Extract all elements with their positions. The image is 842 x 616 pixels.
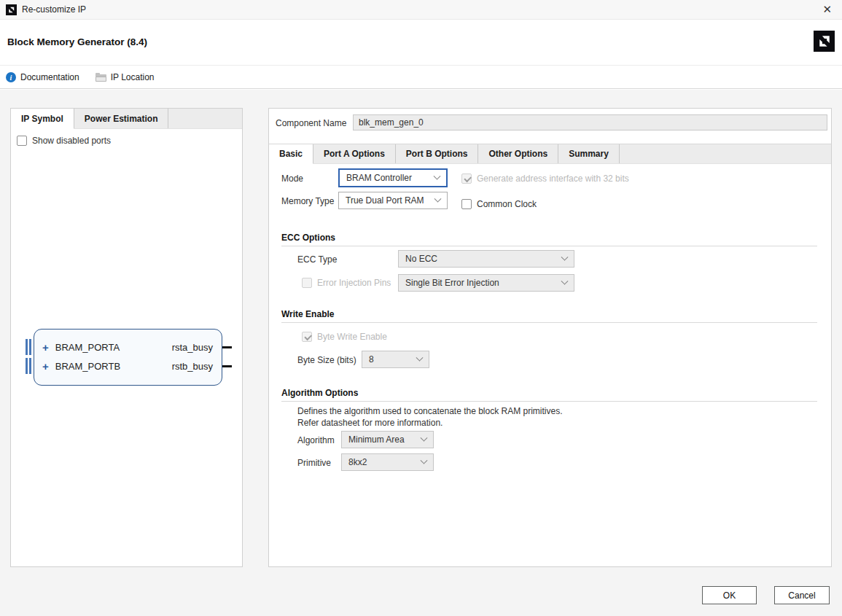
primitive-dropdown[interactable]: 8kx2 xyxy=(341,453,434,471)
options-panel: Component Name blk_mem_gen_0 Basic Port … xyxy=(268,108,832,567)
algorithm-options-title: Algorithm Options xyxy=(281,388,358,398)
cancel-button[interactable]: Cancel xyxy=(774,586,830,604)
rstb-pin-stub xyxy=(222,365,232,367)
portb-interface-bar-2 xyxy=(29,358,31,374)
left-tabstrip: IP Symbol Power Estimation xyxy=(11,109,242,129)
documentation-bar: i Documentation IP Location xyxy=(0,66,842,89)
ip-symbol-block: + BRAM_PORTA rsta_busy + BRAM_PORTB rstb… xyxy=(34,329,222,386)
ip-location-label: IP Location xyxy=(111,72,155,82)
common-clock-row: Common Clock xyxy=(461,199,537,209)
main-area: IP Symbol Power Estimation Show disabled… xyxy=(0,90,842,616)
byte-size-label: Byte Size (bits) xyxy=(297,355,356,365)
write-enable-title: Write Enable xyxy=(281,309,334,319)
algorithm-description-line1: Defines the algorithm used to concatenat… xyxy=(297,406,563,416)
component-name-label: Component Name xyxy=(276,118,346,128)
memory-type-label: Memory Type xyxy=(281,196,334,206)
expand-plus-icon[interactable]: + xyxy=(42,360,49,373)
chevron-down-icon xyxy=(434,172,441,179)
chevron-down-icon xyxy=(434,195,442,202)
chevron-down-icon xyxy=(561,253,569,260)
info-icon: i xyxy=(6,72,16,82)
ip-symbol-panel: IP Symbol Power Estimation Show disabled… xyxy=(10,108,243,567)
common-clock-checkbox[interactable] xyxy=(461,199,472,209)
rstb-busy-label: rstb_busy xyxy=(172,361,213,372)
section-divider xyxy=(281,401,817,402)
error-injection-label: Error Injection Pins xyxy=(317,278,391,288)
rsta-pin-stub xyxy=(222,346,232,348)
documentation-link[interactable]: i Documentation xyxy=(6,72,79,82)
byte-write-enable-row: Byte Write Enable xyxy=(302,332,387,342)
window-title: Re-customize IP xyxy=(22,4,86,15)
tab-summary[interactable]: Summary xyxy=(558,144,620,163)
folder-icon xyxy=(95,73,106,82)
porta-interface-bar-2 xyxy=(29,339,31,355)
error-injection-dropdown[interactable]: Single Bit Error Injection xyxy=(398,274,574,292)
tab-power-estimation[interactable]: Power Estimation xyxy=(74,109,169,128)
dialog-header: Block Memory Generator (8.4) xyxy=(0,20,842,66)
byte-write-enable-checkbox xyxy=(302,332,312,342)
bram-portb-row[interactable]: + BRAM_PORTB rstb_busy xyxy=(34,356,222,375)
title-bar: Re-customize IP ✕ xyxy=(0,0,842,20)
algorithm-dropdown[interactable]: Minimum Area xyxy=(341,431,434,448)
algorithm-label: Algorithm xyxy=(297,435,335,445)
primitive-label: Primitive xyxy=(297,458,331,468)
show-disabled-ports-label: Show disabled ports xyxy=(32,136,111,146)
bram-porta-row[interactable]: + BRAM_PORTA rsta_busy xyxy=(34,338,222,356)
section-divider xyxy=(281,246,817,246)
byte-size-dropdown[interactable]: 8 xyxy=(362,351,429,368)
portb-interface-bar-1 xyxy=(26,358,28,374)
tab-port-b-options[interactable]: Port B Options xyxy=(396,144,479,163)
component-name-input[interactable]: blk_mem_gen_0 xyxy=(353,114,827,130)
xilinx-window-icon xyxy=(6,4,17,15)
xilinx-logo xyxy=(814,31,835,52)
options-tabstrip: Basic Port A Options Port B Options Othe… xyxy=(269,144,831,164)
tab-other-options[interactable]: Other Options xyxy=(478,144,558,163)
common-clock-label: Common Clock xyxy=(477,199,537,209)
byte-write-enable-label: Byte Write Enable xyxy=(317,332,387,342)
algorithm-description-line2: Refer datasheet for more information. xyxy=(297,418,443,428)
ecc-options-title: ECC Options xyxy=(281,233,335,243)
generate-address-checkbox xyxy=(461,174,472,184)
rsta-busy-label: rsta_busy xyxy=(172,342,213,353)
mode-dropdown[interactable]: BRAM Controller xyxy=(338,168,448,187)
ip-location-link[interactable]: IP Location xyxy=(95,72,155,82)
error-injection-checkbox xyxy=(302,278,312,288)
page-title: Block Memory Generator (8.4) xyxy=(7,36,147,47)
tab-basic[interactable]: Basic xyxy=(269,144,313,164)
porta-interface-bar-1 xyxy=(26,339,28,355)
close-icon[interactable]: ✕ xyxy=(822,3,832,16)
bram-portb-label: BRAM_PORTB xyxy=(55,361,120,372)
ok-button[interactable]: OK xyxy=(702,586,757,604)
bram-porta-label: BRAM_PORTA xyxy=(55,342,120,353)
documentation-label: Documentation xyxy=(20,72,79,82)
show-disabled-ports-row: Show disabled ports xyxy=(17,136,111,146)
section-divider xyxy=(281,322,817,323)
error-injection-row: Error Injection Pins xyxy=(302,278,391,288)
generate-address-row: Generate address interface with 32 bits xyxy=(461,174,629,184)
tab-ip-symbol[interactable]: IP Symbol xyxy=(11,109,74,129)
expand-plus-icon[interactable]: + xyxy=(42,341,49,354)
chevron-down-icon xyxy=(421,434,428,441)
ecc-type-label: ECC Type xyxy=(297,254,337,265)
memory-type-dropdown[interactable]: True Dual Port RAM xyxy=(338,192,448,209)
tab-port-a-options[interactable]: Port A Options xyxy=(313,144,396,163)
show-disabled-ports-checkbox[interactable] xyxy=(17,136,27,146)
chevron-down-icon xyxy=(561,277,569,284)
generate-address-label: Generate address interface with 32 bits xyxy=(477,174,629,184)
chevron-down-icon xyxy=(416,354,424,361)
mode-label: Mode xyxy=(281,174,303,184)
chevron-down-icon xyxy=(421,456,428,464)
ecc-type-dropdown[interactable]: No ECC xyxy=(398,250,574,268)
